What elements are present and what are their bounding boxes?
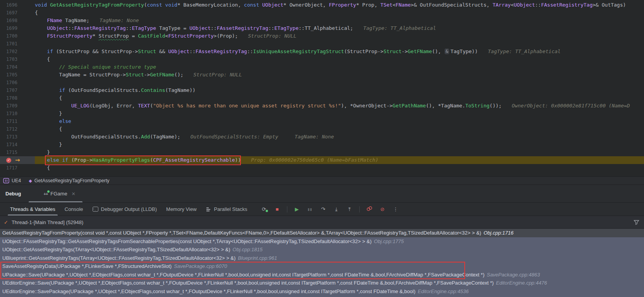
breadcrumb-method-label: GetAssetRegistryTagFromProperty bbox=[34, 178, 110, 183]
line-gutter[interactable]: 1703 bbox=[0, 55, 35, 63]
tab-debugger-output[interactable]: ›_ Debugger Output (LLDB) bbox=[88, 203, 162, 216]
tab-threads-variables[interactable]: Threads & Variables bbox=[5, 203, 60, 216]
line-gutter[interactable]: 1712 bbox=[0, 125, 35, 133]
line-gutter[interactable]: 1709 bbox=[0, 102, 35, 110]
code-text: TagName = StructProp->Struct->GetFName()… bbox=[35, 71, 644, 79]
code-text: } bbox=[35, 110, 644, 117]
stack-frame[interactable]: SaveAssetRegistryData(UPackage *,FLinker… bbox=[0, 262, 644, 271]
line-gutter[interactable]: 1707 bbox=[0, 86, 35, 94]
rerun-green-dot bbox=[266, 210, 268, 212]
stack-frame[interactable]: UBlueprint::GetAssetRegistryTags(TArray<… bbox=[0, 254, 644, 262]
tab-label: Memory View bbox=[166, 206, 197, 212]
code-text: { bbox=[35, 125, 644, 133]
breadcrumb-project[interactable]: UE4 bbox=[3, 178, 21, 183]
code-editor[interactable]: 1696void GetAssetRegistryTagFromProperty… bbox=[0, 0, 644, 176]
tab-console[interactable]: Console bbox=[60, 203, 88, 216]
breakpoint-icon[interactable]: ✓ bbox=[6, 158, 11, 163]
code-text: { bbox=[35, 94, 644, 102]
debug-session-tab[interactable]: ++ FGame ✕ bbox=[39, 185, 79, 202]
code-line: 1699 UObject::FAssetRegistryTag::ETagTyp… bbox=[0, 24, 644, 32]
breadcrumb-project-label: UE4 bbox=[12, 178, 21, 183]
code-line: 1697{ bbox=[0, 9, 644, 17]
rerun-button[interactable]: ⟳ bbox=[261, 206, 268, 212]
stack-frame[interactable]: UEditorEngine::SavePackage(UPackage *,UO… bbox=[0, 287, 644, 296]
debugger-inline-hint: TagType: TT_Alphabetical bbox=[363, 25, 436, 31]
stack-frame[interactable]: UEditorEngine::Save(UPackage *,UObject *… bbox=[0, 279, 644, 287]
frame-function: UObject::GetAssetRegistryTags(TArray<UOb… bbox=[2, 247, 230, 252]
debugger-inline-hint: TagType: TT_Alphabetical bbox=[488, 48, 561, 54]
filter-icon[interactable] bbox=[634, 220, 639, 225]
code-text: { bbox=[35, 9, 644, 17]
line-gutter[interactable]: 1717 bbox=[0, 164, 35, 172]
code-text bbox=[35, 40, 644, 48]
thread-selector[interactable]: ✓ Thread-1-[Main Thread] (52948) bbox=[0, 216, 644, 229]
mute-breakpoints-button[interactable]: ⊘ bbox=[379, 206, 386, 212]
debug-session-tab-label: FGame bbox=[50, 191, 67, 197]
run-config-icon: ++ bbox=[43, 192, 48, 196]
code-text: void GetAssetRegistryTagFromProperty(con… bbox=[35, 1, 644, 9]
breakpoints-icon bbox=[366, 206, 373, 211]
line-gutter[interactable]: 1708 bbox=[0, 94, 35, 102]
code-text: { bbox=[35, 164, 644, 172]
thread-label: Thread-1-[Main Thread] (52948) bbox=[12, 219, 83, 225]
debug-tool-window-header: Debug ++ FGame ✕ bbox=[0, 185, 644, 203]
debugger-inline-hint: Prop: 0x000002e750de65c0 (Name=bFastMatc… bbox=[251, 157, 378, 163]
terminal-icon: ›_ bbox=[93, 207, 98, 212]
line-gutter[interactable]: 1700 bbox=[0, 32, 35, 40]
call-stack-list: GetAssetRegistryTagFromProperty(const vo… bbox=[0, 229, 644, 297]
code-line: 1704 // Special unique structure type bbox=[0, 63, 644, 71]
code-line: 1710 } bbox=[0, 110, 644, 117]
line-gutter[interactable]: 1702 bbox=[0, 48, 35, 55]
line-gutter[interactable]: 1699 bbox=[0, 24, 35, 32]
pause-button[interactable]: ▮▮ bbox=[307, 207, 314, 211]
line-gutter[interactable]: 1710 bbox=[0, 110, 35, 117]
execution-line: ✓→ else if (Prop->HasAnyPropertyFlags(CP… bbox=[0, 156, 644, 164]
parallel-stacks-icon bbox=[206, 207, 211, 212]
line-gutter[interactable]: 1698 bbox=[0, 17, 35, 24]
code-text: else bbox=[35, 117, 644, 125]
tab-memory-view[interactable]: Memory View bbox=[161, 203, 201, 216]
line-gutter[interactable]: 1711 bbox=[0, 117, 35, 125]
execution-pointer-icon: → bbox=[15, 156, 20, 164]
step-out-button[interactable]: ⤒ bbox=[346, 206, 353, 212]
view-breakpoints-button[interactable] bbox=[366, 206, 373, 212]
code-line: 1706 bbox=[0, 79, 644, 86]
stack-frame[interactable]: UObject::GetAssetRegistryTags(TArray<UOb… bbox=[0, 245, 644, 254]
code-text: { bbox=[35, 55, 644, 63]
toolbar-separator bbox=[359, 206, 360, 212]
stack-frame[interactable]: UPackage::Save(UPackage *,UObject *,EObj… bbox=[0, 271, 644, 279]
tab-active-underline bbox=[29, 201, 82, 202]
line-gutter[interactable]: 1715 bbox=[0, 148, 35, 156]
stop-button[interactable]: ■ bbox=[274, 206, 281, 212]
code-text: // Special unique structure type bbox=[35, 63, 644, 71]
code-text: if (StructProp && StructProp->Struct && … bbox=[35, 48, 644, 55]
line-gutter[interactable]: 1704 bbox=[0, 63, 35, 71]
line-gutter[interactable]: 1701 bbox=[0, 40, 35, 48]
code-text: FName TagName;TagName: None bbox=[35, 17, 644, 24]
frame-location: EditorEngine.cpp:4536 bbox=[418, 288, 469, 294]
step-over-button[interactable]: ↷ bbox=[320, 206, 327, 212]
more-options-button[interactable]: ⋮ bbox=[392, 206, 399, 212]
stack-frame[interactable]: UObject::FAssetRegistryTag::GetAssetRegi… bbox=[0, 237, 644, 246]
line-gutter[interactable]: ✓→ bbox=[0, 156, 35, 164]
resume-button[interactable]: ▶ bbox=[294, 206, 301, 212]
debugger-inline-hint: TagName: None bbox=[100, 17, 139, 23]
frame-function: UPackage::Save(UPackage *,UObject *,EObj… bbox=[2, 272, 484, 278]
line-gutter[interactable]: 1713 bbox=[0, 133, 35, 141]
debugger-inline-hint: OutFoundSpecialStructs: Empty bbox=[191, 134, 278, 140]
breadcrumb-method[interactable]: ◆ GetAssetRegistryTagFromProperty bbox=[29, 178, 109, 183]
debugger-inline-hint: StructProp: NULL bbox=[194, 72, 242, 78]
code-line: 1711 else bbox=[0, 117, 644, 125]
line-gutter[interactable]: 1705 bbox=[0, 71, 35, 79]
line-gutter[interactable]: 1714 bbox=[0, 141, 35, 148]
tab-parallel-stacks[interactable]: Parallel Stacks bbox=[201, 203, 252, 216]
line-gutter[interactable]: 1697 bbox=[0, 9, 35, 17]
line-gutter[interactable]: 1696 bbox=[0, 1, 35, 9]
tab-label: Threads & Variables bbox=[10, 206, 55, 212]
stack-frame[interactable]: GetAssetRegistryTagFromProperty(const vo… bbox=[0, 229, 644, 237]
close-icon[interactable]: ✕ bbox=[72, 191, 76, 197]
tab-label: Console bbox=[65, 206, 83, 212]
step-into-button[interactable]: ⤓ bbox=[333, 206, 340, 212]
running-indicator-dot bbox=[47, 190, 50, 193]
line-gutter[interactable]: 1706 bbox=[0, 79, 35, 86]
